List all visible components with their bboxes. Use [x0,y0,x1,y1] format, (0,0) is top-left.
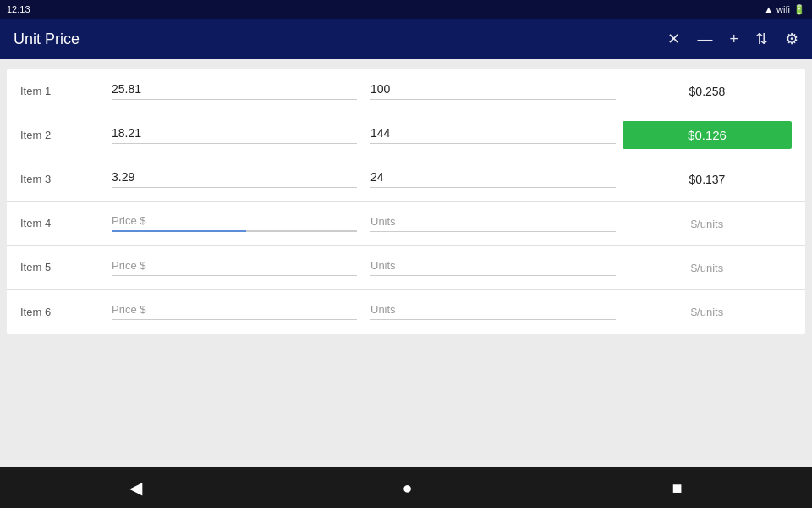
result-placeholder: $/units [691,262,723,274]
result-cell: $/units [623,301,792,322]
price-value: 25.81 [112,82,357,96]
status-icons: ▲ wifi 🔋 [764,4,805,15]
price-underline [112,187,357,188]
units-cell[interactable]: Units [364,303,623,320]
units-underline [370,187,616,188]
row-label: Item 1 [20,85,105,97]
price-underline-partial [112,230,357,232]
result-value: $0.258 [689,85,726,98]
table-container: Item 1 25.81 100 $0.258 Item 2 18.21 [7,69,805,334]
price-cell[interactable]: 25.81 [105,82,364,100]
units-underline [370,275,616,276]
page-title: Unit Price [14,30,80,48]
units-placeholder: Units [370,259,616,272]
result-cell-highlighted: $0.126 [623,121,792,149]
price-value: 3.29 [112,170,357,184]
price-underline [112,275,357,276]
close-icon[interactable]: ✕ [667,30,680,48]
wifi-icon: wifi [776,4,790,14]
result-cell: $0.258 [623,81,792,102]
time-display: 12:13 [7,4,30,14]
home-button[interactable]: ● [381,472,432,505]
signal-icon: ▲ [764,4,773,14]
units-cell[interactable]: 24 [364,170,623,188]
status-time: 12:13 [7,4,30,14]
sort-icon[interactable]: ⇅ [755,30,768,48]
units-value: 100 [370,82,616,96]
table-row: Item 4 Price $ Units $/units [7,202,805,246]
units-cell[interactable]: Units [364,259,623,276]
back-button[interactable]: ◀ [109,471,162,505]
result-value: $0.137 [689,173,726,186]
row-label: Item 6 [20,306,105,318]
result-placeholder: $/units [691,306,723,318]
price-placeholder: Price $ [112,259,357,272]
price-cell[interactable]: Price $ [105,214,364,232]
main-content: Item 1 25.81 100 $0.258 Item 2 18.21 [0,59,812,467]
units-cell[interactable]: Units [364,215,623,232]
table-row: Item 5 Price $ Units $/units [7,246,805,290]
units-placeholder: Units [370,215,616,228]
price-cell[interactable]: Price $ [105,303,364,320]
table-row: Item 1 25.81 100 $0.258 [7,69,805,113]
units-cell[interactable]: 100 [364,82,623,100]
title-bar: Unit Price ✕ — + ⇅ ⚙ [0,19,812,59]
price-cell[interactable]: 18.21 [105,126,364,144]
units-underline [370,99,616,100]
price-underline [112,99,357,100]
navigation-bar: ◀ ● ■ [0,467,812,508]
price-value: 18.21 [112,126,357,140]
result-cell: $/units [623,213,792,234]
table-row: Item 2 18.21 144 $0.126 [7,113,805,157]
price-underline [112,143,357,144]
units-value: 24 [370,170,616,184]
battery-icon: 🔋 [793,4,805,15]
result-cell: $/units [623,257,792,278]
settings-icon[interactable]: ⚙ [785,30,798,48]
table-row: Item 6 Price $ Units $/units [7,290,805,334]
table-row: Item 3 3.29 24 $0.137 [7,157,805,202]
minimize-icon[interactable]: — [697,30,712,48]
item-label: Item 3 [20,173,51,185]
price-cell[interactable]: Price $ [105,259,364,276]
status-bar: 12:13 ▲ wifi 🔋 [0,0,812,19]
result-value: $0.126 [688,128,727,142]
result-placeholder: $/units [691,218,723,230]
units-underline [370,231,616,232]
item-label: Item 1 [20,85,51,97]
row-label: Item 4 [20,217,105,229]
title-bar-actions: ✕ — + ⇅ ⚙ [667,30,798,48]
row-label: Item 3 [20,173,105,185]
row-label: Item 2 [20,129,105,141]
add-icon[interactable]: + [729,30,738,48]
result-cell: $0.137 [623,169,792,190]
item-label: Item 4 [20,217,51,229]
units-underline [370,143,616,144]
recent-button[interactable]: ■ [651,472,702,505]
units-underline [370,319,616,320]
price-underline [112,319,357,320]
price-cell[interactable]: 3.29 [105,170,364,188]
units-value: 144 [370,126,616,140]
units-placeholder: Units [370,303,616,316]
row-label: Item 5 [20,261,105,273]
item-label: Item 6 [20,306,51,318]
price-placeholder: Price $ [112,214,357,227]
item-label: Item 2 [20,129,51,141]
units-cell[interactable]: 144 [364,126,623,144]
item-label: Item 5 [20,261,51,273]
price-placeholder: Price $ [112,303,357,316]
